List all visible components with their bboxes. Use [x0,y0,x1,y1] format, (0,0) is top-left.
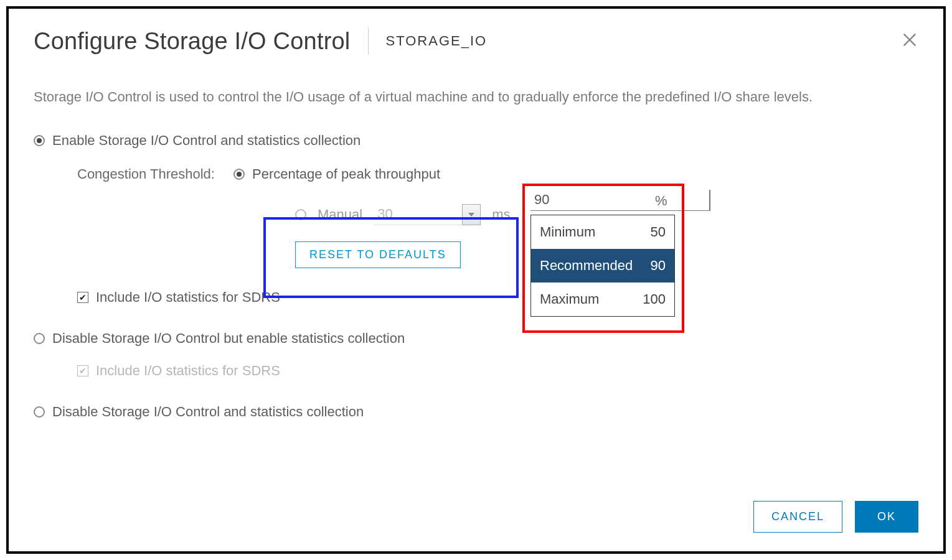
dropdown-item-label: Maximum [540,291,599,307]
dropdown-item-maximum[interactable]: Maximum 100 [531,282,674,316]
include-stats-label-2: Include I/O statistics for SDRS [96,363,280,379]
option-disable-all-label: Disable Storage I/O Control and statisti… [52,404,364,420]
dropdown-item-label: Minimum [540,224,595,240]
percentage-dropdown-area: % Minimum 50 Recommended 90 Maximum 100 [530,189,675,317]
radio-enable[interactable] [34,135,45,146]
congestion-threshold-row: Congestion Threshold: Percentage of peak… [77,166,918,182]
manual-spinner-button[interactable] [462,204,481,225]
percentage-dropdown-button[interactable] [709,190,710,211]
manual-value-input[interactable] [374,203,462,225]
reset-to-defaults-button[interactable]: RESET TO DEFAULTS [295,241,461,268]
chevron-down-icon [468,212,475,217]
dropdown-item-value: 50 [651,224,666,240]
dropdown-item-value: 90 [651,258,666,274]
dialog-description: Storage I/O Control is used to control t… [34,86,843,108]
cancel-button[interactable]: CANCEL [753,501,842,533]
congestion-threshold-label: Congestion Threshold: [77,166,215,182]
close-button[interactable] [901,31,918,49]
percentage-unit-label: % [655,193,667,209]
percentage-dropdown-list: Minimum 50 Recommended 90 Maximum 100 [530,215,675,317]
close-icon [901,31,918,49]
manual-unit-label: ms [492,207,510,223]
dropdown-item-value: 100 [643,291,666,307]
option-manual-label: Manual [318,207,362,223]
dialog-subtitle: STORAGE_IO [386,33,488,49]
ok-button[interactable]: OK [855,501,918,533]
checkbox-include-stats-1[interactable]: ✔ [77,292,88,303]
percentage-value-input[interactable] [530,189,709,211]
option-percentage-label: Percentage of peak throughput [252,166,440,182]
dropdown-item-label: Recommended [540,258,633,274]
manual-value-spinner [374,203,481,225]
dialog-title: Configure Storage I/O Control [34,28,351,55]
radio-disable-all[interactable] [34,406,45,418]
dialog-header: Configure Storage I/O Control STORAGE_IO [34,27,918,55]
dialog-configure-storage-io: Configure Storage I/O Control STORAGE_IO… [6,6,946,554]
svg-marker-2 [468,213,474,217]
percentage-dropdown[interactable] [530,189,646,211]
include-stats-row-2: ✔ Include I/O statistics for SDRS [77,363,918,379]
include-stats-label-1: Include I/O statistics for SDRS [96,289,280,306]
option-percentage-row[interactable]: Percentage of peak throughput [233,166,440,182]
option-disable-stats-label: Disable Storage I/O Control but enable s… [52,330,405,347]
dropdown-item-minimum[interactable]: Minimum 50 [531,215,674,249]
radio-manual[interactable] [295,209,306,220]
include-stats-row-1[interactable]: ✔ Include I/O statistics for SDRS [77,289,918,306]
dialog-footer: CANCEL OK [753,501,918,533]
header-separator [368,27,369,55]
checkbox-include-stats-2: ✔ [77,365,88,376]
dropdown-item-recommended[interactable]: Recommended 90 [531,249,674,282]
option-enable-label: Enable Storage I/O Control and statistic… [52,133,361,149]
radio-percentage[interactable] [233,169,245,180]
option-disable-stats-row[interactable]: Disable Storage I/O Control but enable s… [34,330,918,347]
radio-disable-stats[interactable] [34,333,45,344]
option-enable-row[interactable]: Enable Storage I/O Control and statistic… [34,133,918,149]
dialog-body: Enable Storage I/O Control and statistic… [34,133,918,420]
option-disable-all-row[interactable]: Disable Storage I/O Control and statisti… [34,404,918,420]
